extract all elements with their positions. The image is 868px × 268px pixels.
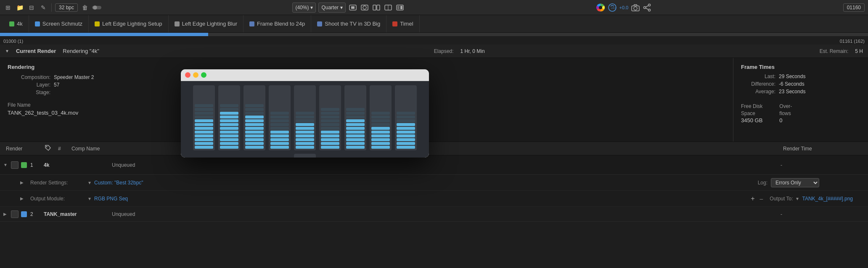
queue-item-2-status: Unqueued bbox=[112, 211, 780, 217]
add-output-button[interactable]: + bbox=[749, 195, 756, 202]
overflow-label: Over-flows bbox=[779, 103, 792, 117]
comp-tab-shoot-tv[interactable]: Shoot the TV in 3D Big bbox=[311, 15, 386, 33]
render-status-bar: ▼ Current Render Rendering "4k" Elapsed:… bbox=[0, 45, 868, 58]
queue-item-2-expand[interactable]: ▶ bbox=[3, 212, 10, 216]
queue-item-2-checkbox[interactable] bbox=[11, 210, 19, 218]
est-remain-value: 5 H bbox=[855, 48, 863, 54]
share-icon[interactable] bbox=[643, 3, 652, 12]
comp-tab-timel[interactable]: Timel bbox=[386, 15, 419, 33]
avg-time-value: 23 Seconds bbox=[779, 89, 805, 95]
comp-tab-left-edge-blur[interactable]: Left Edge Lighting Blur bbox=[169, 15, 244, 33]
svg-rect-6 bbox=[373, 5, 376, 10]
free-disk-label: Free DiskSpace bbox=[741, 103, 762, 117]
queue-item-1-checkbox[interactable] bbox=[11, 161, 19, 169]
output-value[interactable]: RGB PNG Seq bbox=[94, 196, 128, 202]
viewer-icon4[interactable] bbox=[384, 3, 393, 12]
queue-header-render: Render bbox=[3, 146, 41, 152]
render-right-panel: Frame Times Last: 29 Seconds Difference:… bbox=[733, 58, 868, 142]
progress-row: 01000 (1) 01161 (162) bbox=[0, 33, 868, 45]
avg-time-row: Average: 23 Seconds bbox=[741, 89, 860, 95]
free-disk-col: Free DiskSpace 3450 GB bbox=[741, 103, 762, 123]
comp-tab-4k[interactable]: 4k bbox=[3, 15, 29, 33]
modal-window[interactable] bbox=[181, 69, 429, 158]
queue-item-1: ▼ 1 4k Unqueued - bbox=[0, 155, 868, 175]
log-label: Log: bbox=[758, 180, 767, 186]
output-to-label: Output To: bbox=[770, 196, 793, 202]
comp-tab-label-timel: Timel bbox=[400, 21, 413, 27]
minimize-button[interactable] bbox=[193, 72, 198, 78]
layer-value: 57 bbox=[54, 82, 59, 88]
timecode-badge[interactable]: 01160 bbox=[843, 3, 865, 12]
dash-btn[interactable]: – bbox=[760, 195, 763, 202]
settings-dropdown[interactable]: ▾ bbox=[88, 180, 91, 186]
queue-item-2-color bbox=[21, 211, 27, 217]
comp-tab-frame-blend[interactable]: Frame Blend to 24p bbox=[243, 15, 311, 33]
queue-item-2: ▶ 2 TANK_master Unqueued - bbox=[0, 207, 868, 222]
output-dropdown[interactable]: ▾ bbox=[88, 196, 91, 202]
settings-value[interactable]: Custom: "Best 32bpc" bbox=[94, 180, 143, 186]
pen-icon[interactable]: ✎ bbox=[39, 3, 48, 12]
log-select-wrapper: Errors Only Plus Settings Per Frame Info bbox=[771, 178, 819, 187]
tab-color-screen-schmutz bbox=[35, 21, 40, 26]
comp-tab-label-frame-blend: Frame Blend to 24p bbox=[257, 21, 305, 27]
color-wheel-icon[interactable] bbox=[596, 3, 605, 12]
stage-label: Stage: bbox=[8, 89, 54, 95]
expand-icon[interactable]: ▼ bbox=[5, 49, 9, 53]
svg-point-18 bbox=[634, 7, 637, 10]
comp-tab-label-left-edge-setup: Left Edge Lighting Setup bbox=[102, 21, 162, 27]
comp-tab-screen-schmutz[interactable]: Screen Schmutz bbox=[29, 15, 89, 33]
output-to-dropdown[interactable]: ▾ bbox=[796, 196, 799, 202]
bpc-badge[interactable]: 32 bpc bbox=[55, 3, 78, 12]
queue-header-render-time: Render Time bbox=[781, 146, 865, 152]
frame-times-section: Frame Times Last: 29 Seconds Difference:… bbox=[741, 64, 860, 95]
log-select[interactable]: Errors Only Plus Settings Per Frame Info bbox=[771, 178, 819, 187]
comp-tab-label-left-edge-blur: Left Edge Lighting Blur bbox=[182, 21, 238, 27]
ram-bar-10 bbox=[294, 154, 316, 158]
grid-icon[interactable]: ⊞ bbox=[3, 3, 13, 12]
comp-tab-left-edge-setup[interactable]: Left Edge Lighting Setup bbox=[89, 15, 168, 33]
svg-text:+0.0: +0.0 bbox=[611, 7, 617, 9]
overflow-value: 0 bbox=[779, 117, 792, 123]
ram-bar-7 bbox=[344, 85, 366, 150]
svg-rect-3 bbox=[351, 6, 355, 9]
trash-icon[interactable]: 🗑 bbox=[80, 3, 90, 12]
output-to-value[interactable]: TANK_4k_[#####].png bbox=[802, 196, 853, 202]
toggle-icon[interactable] bbox=[92, 3, 101, 12]
tab-color-left-edge-blur bbox=[175, 21, 180, 26]
top-toolbar: ⊞ 📁 ⊟ ✎ 32 bpc 🗑 (40%) ▾ Quarter ▾ bbox=[0, 0, 868, 15]
render-settings-row: ▶ Render Settings: ▾ Custom: "Best 32bpc… bbox=[0, 175, 868, 191]
queue-item-1-num: 1 bbox=[30, 162, 43, 168]
viewer-icon2[interactable] bbox=[360, 3, 369, 12]
ram-bar-6 bbox=[319, 85, 341, 150]
ram-bar-8 bbox=[370, 85, 392, 150]
current-render-label: Current Render bbox=[16, 48, 56, 54]
settings-expand[interactable]: ▶ bbox=[20, 180, 27, 185]
tab-color-frame-blend bbox=[249, 21, 254, 26]
quality-select[interactable]: Quarter ▾ bbox=[318, 3, 346, 13]
queue-item-1-expand[interactable]: ▼ bbox=[3, 163, 10, 167]
free-disk-value: 3450 GB bbox=[741, 117, 762, 123]
avg-time-label: Average: bbox=[741, 89, 779, 95]
svg-rect-12 bbox=[400, 6, 402, 9]
comp-tab-label-screen-schmutz: Screen Schmutz bbox=[42, 21, 82, 27]
output-expand[interactable]: ▶ bbox=[20, 196, 27, 201]
maximize-button[interactable] bbox=[201, 72, 206, 78]
viewer-icon1[interactable] bbox=[348, 3, 357, 12]
zoom-select[interactable]: (40%) ▾ bbox=[292, 3, 316, 13]
comp-tab-label-4k: 4k bbox=[17, 21, 23, 27]
grid2-icon[interactable]: ⊟ bbox=[27, 3, 36, 12]
svg-point-21 bbox=[648, 9, 651, 11]
close-button[interactable] bbox=[185, 72, 191, 78]
folder-icon[interactable]: 📁 bbox=[15, 3, 24, 12]
queue-header-tag bbox=[42, 145, 55, 152]
camera-icon[interactable] bbox=[631, 3, 640, 12]
sync-icon[interactable]: +0.0 bbox=[608, 3, 617, 12]
ram-bar-1 bbox=[193, 85, 215, 150]
overflow-col: Over-flows 0 bbox=[779, 103, 792, 123]
tab-color-4k bbox=[9, 21, 14, 26]
queue-item-1-status: Unqueued bbox=[112, 162, 780, 168]
last-time-label: Last: bbox=[741, 74, 779, 79]
viewer-icon5[interactable] bbox=[395, 3, 405, 12]
queue-item-1-time: - bbox=[781, 162, 865, 168]
viewer-icon3[interactable] bbox=[372, 3, 381, 12]
